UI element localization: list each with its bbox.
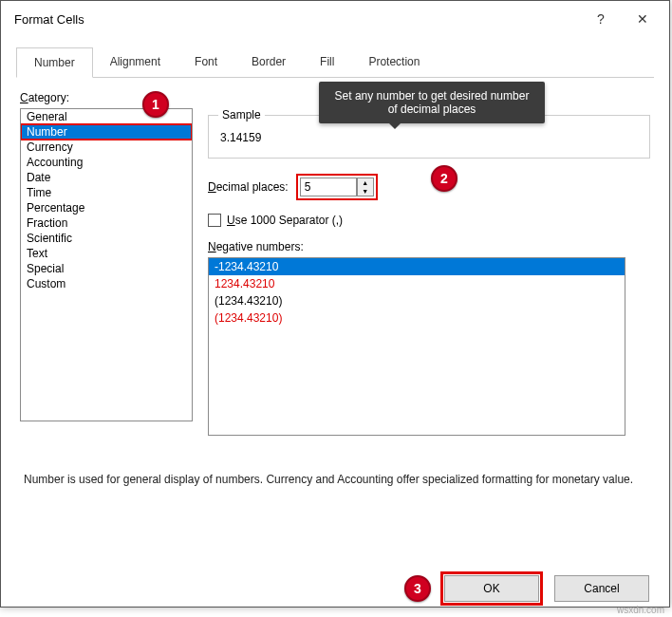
annotation-tooltip: Set any number to get desired number of … [319,82,545,123]
annotation-badge-2: 2 [431,165,457,192]
category-item-time[interactable]: Time [21,185,192,200]
negative-numbers-list[interactable]: -1234.432101234.43210(1234.43210)(1234.4… [208,257,625,436]
dialog-title: Format Cells [14,12,580,27]
spinner-down-button[interactable]: ▼ [358,187,373,196]
close-button[interactable]: ✕ [622,5,663,33]
category-item-date[interactable]: Date [21,170,192,185]
thousands-separator-checkbox[interactable] [208,214,221,227]
decimal-places-label: Decimal places: [208,180,289,194]
tab-font[interactable]: Font [177,47,234,78]
tab-fill[interactable]: Fill [303,47,351,78]
spinner-buttons: ▲ ▼ [357,178,374,196]
negative-format-item[interactable]: (1234.43210) [209,292,625,309]
negative-numbers-label: Negative numbers: [208,240,650,253]
decimal-places-input[interactable] [300,178,357,196]
category-item-currency[interactable]: Currency [21,140,192,155]
category-item-fraction[interactable]: Fraction [21,215,192,231]
category-item-text[interactable]: Text [21,246,192,261]
titlebar: Format Cells ? ✕ [1,1,669,37]
category-description: Number is used for general display of nu… [20,472,650,488]
tab-alignment[interactable]: Alignment [93,47,177,78]
tab-border[interactable]: Border [234,47,303,78]
watermark: wsxdn.com [617,605,664,615]
dialog-actions: OK Cancel [444,575,649,602]
category-item-accounting[interactable]: Accounting [21,155,192,170]
annotation-badge-3: 3 [404,575,431,602]
tab-number[interactable]: Number [16,47,93,78]
dialog-body: Category: GeneralNumberCurrencyAccountin… [1,78,669,501]
negative-format-item[interactable]: -1234.43210 [209,258,625,275]
negative-format-item[interactable]: 1234.43210 [209,275,625,292]
category-item-special[interactable]: Special [21,261,192,276]
thousands-separator-row: Use 1000 Separator (,) [208,214,650,227]
category-item-scientific[interactable]: Scientific [21,231,192,246]
category-list[interactable]: GeneralNumberCurrencyAccountingDateTimeP… [20,108,193,421]
decimal-places-spinner: ▲ ▼ [296,174,378,200]
help-button[interactable]: ? [580,5,622,33]
number-options-pane: Sample 3.14159 Decimal places: ▲ ▼ [208,108,650,436]
cancel-button[interactable]: Cancel [554,575,649,602]
category-item-number[interactable]: Number [21,124,192,140]
annotation-badge-1: 1 [142,91,169,118]
tab-protection[interactable]: Protection [351,47,437,78]
sample-legend: Sample [218,108,265,122]
thousands-separator-label: Use 1000 Separator (,) [227,214,343,227]
ok-button[interactable]: OK [444,575,539,602]
category-item-percentage[interactable]: Percentage [21,200,192,215]
category-item-custom[interactable]: Custom [21,276,192,291]
negative-format-item[interactable]: (1234.43210) [209,309,625,327]
spinner-up-button[interactable]: ▲ [358,178,373,187]
tabs: Number Alignment Font Border Fill Protec… [16,37,654,78]
decimal-places-row: Decimal places: ▲ ▼ [208,174,650,200]
sample-value: 3.14159 [218,127,640,148]
